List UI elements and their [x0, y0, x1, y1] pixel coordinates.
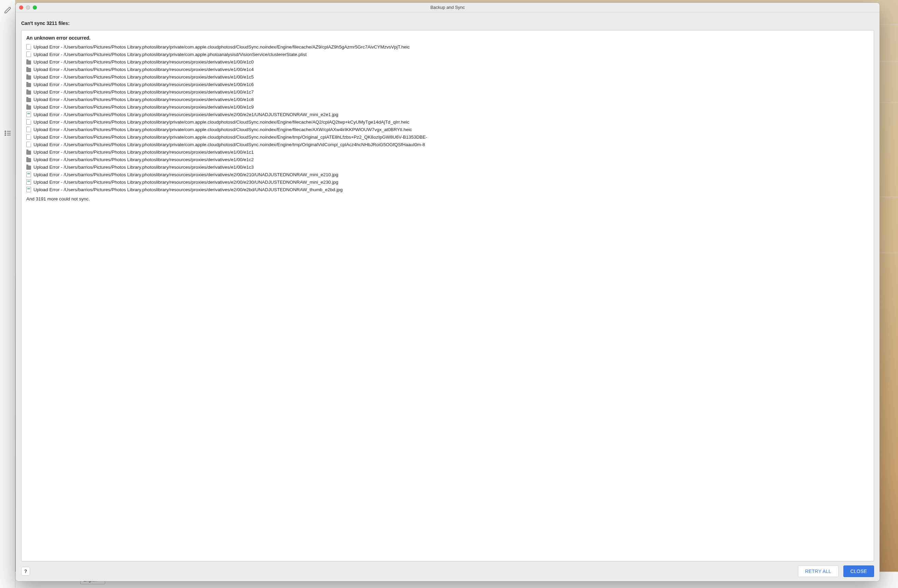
error-text: Upload Error - /Users/barrios/Pictures/P… [34, 127, 412, 132]
svg-point-0 [5, 131, 6, 132]
error-row[interactable]: Upload Error - /Users/barrios/Pictures/P… [26, 119, 869, 125]
error-row[interactable]: Upload Error - /Users/barrios/Pictures/P… [26, 186, 869, 193]
window-title: Backup and Sync [19, 5, 876, 10]
error-text: Upload Error - /Users/barrios/Pictures/P… [34, 134, 427, 140]
doc-icon [26, 52, 31, 57]
folder-icon [26, 83, 31, 87]
doc-icon [26, 127, 31, 132]
error-row[interactable]: Upload Error - /Users/barrios/Pictures/P… [26, 179, 869, 185]
error-text: Upload Error - /Users/barrios/Pictures/P… [34, 67, 254, 72]
close-button[interactable]: CLOSE [843, 565, 874, 577]
svg-point-1 [5, 133, 6, 134]
list-icon [0, 123, 15, 143]
and-more-text: And 3191 more could not sync. [26, 196, 869, 202]
folder-icon [26, 151, 31, 155]
image-icon [26, 187, 31, 192]
titlebar[interactable]: Backup and Sync [16, 3, 880, 12]
image-icon [26, 179, 31, 185]
error-row[interactable]: Upload Error - /Users/barrios/Pictures/P… [26, 149, 869, 155]
dialog-window: Backup and Sync Can't sync 3211 files: A… [16, 3, 880, 581]
error-text: Upload Error - /Users/barrios/Pictures/P… [34, 89, 254, 95]
error-text: Upload Error - /Users/barrios/Pictures/P… [34, 142, 425, 147]
error-row[interactable]: Upload Error - /Users/barrios/Pictures/P… [26, 58, 869, 65]
error-row[interactable]: Upload Error - /Users/barrios/Pictures/P… [26, 43, 869, 50]
retry-all-button[interactable]: RETRY ALL [798, 565, 839, 577]
folder-icon [26, 91, 31, 95]
error-text: Upload Error - /Users/barrios/Pictures/P… [34, 180, 338, 185]
folder-icon [26, 60, 31, 65]
folder-icon [26, 68, 31, 72]
image-icon [26, 112, 31, 117]
error-text: Upload Error - /Users/barrios/Pictures/P… [34, 105, 254, 109]
error-row[interactable]: Upload Error - /Users/barrios/Pictures/P… [26, 134, 869, 140]
error-row[interactable]: Upload Error - /Users/barrios/Pictures/P… [26, 141, 869, 148]
error-row[interactable]: Upload Error - /Users/barrios/Pictures/P… [26, 81, 869, 88]
folder-icon [26, 106, 31, 109]
error-text: Upload Error - /Users/barrios/Pictures/P… [34, 165, 254, 170]
error-text: Upload Error - /Users/barrios/Pictures/P… [34, 172, 338, 177]
error-text: Upload Error - /Users/barrios/Pictures/P… [34, 52, 307, 57]
folder-icon [26, 75, 31, 80]
svg-point-2 [5, 134, 6, 135]
error-text: Upload Error - /Users/barrios/Pictures/P… [34, 149, 254, 155]
error-text: Upload Error - /Users/barrios/Pictures/P… [34, 74, 254, 80]
error-pane[interactable]: An unknown error occurred. Upload Error … [21, 30, 874, 561]
doc-icon [26, 44, 31, 49]
error-row[interactable]: Upload Error - /Users/barrios/Pictures/P… [26, 171, 869, 178]
error-text: Upload Error - /Users/barrios/Pictures/P… [34, 82, 254, 87]
error-list: Upload Error - /Users/barrios/Pictures/P… [26, 43, 869, 193]
error-text: Upload Error - /Users/barrios/Pictures/P… [34, 45, 410, 49]
folder-icon [26, 166, 31, 170]
folder-icon [26, 158, 31, 162]
error-text: Upload Error - /Users/barrios/Pictures/P… [34, 157, 254, 162]
dialog-heading: Can't sync 3211 files: [21, 18, 874, 27]
error-row[interactable]: Upload Error - /Users/barrios/Pictures/P… [26, 74, 869, 80]
error-row[interactable]: Upload Error - /Users/barrios/Pictures/P… [26, 126, 869, 133]
error-text: Upload Error - /Users/barrios/Pictures/P… [34, 97, 254, 102]
doc-icon [26, 119, 31, 125]
error-text: Upload Error - /Users/barrios/Pictures/P… [34, 120, 409, 125]
doc-icon [26, 134, 31, 140]
background-sidebar [0, 0, 15, 588]
error-row[interactable]: Upload Error - /Users/barrios/Pictures/P… [26, 103, 869, 110]
doc-icon [26, 142, 31, 147]
image-icon [26, 172, 31, 177]
folder-icon [26, 98, 31, 102]
error-row[interactable]: Upload Error - /Users/barrios/Pictures/P… [26, 88, 869, 95]
error-text: Upload Error - /Users/barrios/Pictures/P… [34, 112, 338, 117]
error-heading: An unknown error occurred. [26, 35, 869, 41]
error-row[interactable]: Upload Error - /Users/barrios/Pictures/P… [26, 66, 869, 73]
error-row[interactable]: Upload Error - /Users/barrios/Pictures/P… [26, 163, 869, 170]
pencil-icon [0, 0, 15, 20]
error-row[interactable]: Upload Error - /Users/barrios/Pictures/P… [26, 111, 869, 118]
error-row[interactable]: Upload Error - /Users/barrios/Pictures/P… [26, 96, 869, 103]
help-button[interactable]: ? [21, 567, 30, 576]
error-text: Upload Error - /Users/barrios/Pictures/P… [34, 59, 254, 65]
error-row[interactable]: Upload Error - /Users/barrios/Pictures/P… [26, 156, 869, 163]
error-row[interactable]: Upload Error - /Users/barrios/Pictures/P… [26, 51, 869, 58]
error-text: Upload Error - /Users/barrios/Pictures/P… [34, 187, 343, 192]
